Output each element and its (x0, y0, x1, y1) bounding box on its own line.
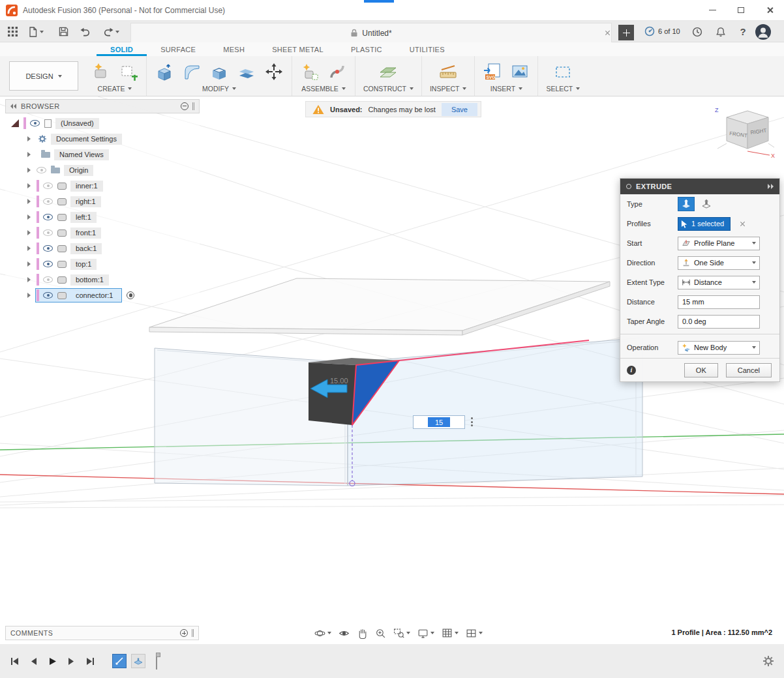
visibility-eye-icon[interactable] (30, 120, 40, 126)
browser-item-back[interactable]: back:1 (5, 241, 200, 256)
visibility-eye-icon[interactable] (43, 214, 53, 220)
new-component-icon[interactable] (119, 62, 138, 81)
app-grid-button[interactable] (4, 23, 21, 40)
zoom-button[interactable] (375, 628, 386, 639)
expand-arrow-icon[interactable] (27, 261, 31, 267)
extrude-type-solid-button[interactable] (678, 197, 695, 211)
visibility-eye-icon[interactable] (37, 167, 46, 173)
extent-type-select[interactable]: Distance (678, 276, 760, 289)
create-menu[interactable]: CREATE (98, 85, 132, 93)
document-tab[interactable]: Untitled* (130, 23, 612, 42)
inspect-menu[interactable]: INSPECT (430, 85, 467, 93)
browser-item-right[interactable]: right:1 (5, 194, 200, 209)
redo-button[interactable] (99, 23, 123, 40)
construct-menu[interactable]: CONSTRUCT (363, 85, 414, 93)
viewports-button[interactable] (466, 628, 483, 639)
visibility-eye-icon[interactable] (43, 183, 53, 189)
extrude-dialog-header[interactable]: EXTRUDE (620, 179, 779, 194)
display-settings-button[interactable] (417, 628, 434, 639)
taper-angle-input[interactable]: 0.0 deg (678, 315, 760, 329)
browser-item-named-views[interactable]: Named Views (5, 147, 200, 162)
timeline-feature-sketch[interactable] (112, 654, 127, 668)
workspace-selector[interactable]: DESIGN (9, 61, 78, 91)
timeline-step-forward-button[interactable] (66, 656, 76, 666)
tab-solid[interactable]: SOLID (97, 42, 147, 56)
tab-surface[interactable]: SURFACE (147, 42, 209, 56)
add-comment-icon[interactable] (180, 629, 188, 637)
timeline-go-to-end-button[interactable] (85, 656, 95, 666)
orbit-button[interactable] (314, 628, 331, 639)
dimension-options-button[interactable] (471, 417, 473, 426)
expand-arrow-icon[interactable] (27, 246, 31, 251)
help-button[interactable]: ? (734, 23, 751, 40)
look-at-button[interactable] (339, 628, 350, 639)
browser-item-inner[interactable]: inner:1 (5, 178, 200, 194)
move-icon[interactable] (264, 62, 284, 81)
maximize-button[interactable] (727, 0, 755, 20)
insert-image-icon[interactable] (510, 62, 530, 81)
dialog-collapse-icon[interactable] (768, 184, 774, 189)
profiles-selected-chip[interactable]: 1 selected (678, 217, 731, 231)
visibility-eye-icon[interactable] (43, 276, 53, 283)
joint-icon[interactable] (327, 62, 347, 81)
insert-menu[interactable]: INSERT (490, 85, 522, 93)
expand-arrow-icon[interactable] (27, 277, 31, 282)
info-icon[interactable]: i (627, 366, 636, 375)
job-status-button[interactable]: 6 of 10 (644, 26, 680, 37)
browser-minimize-icon[interactable] (181, 102, 188, 110)
timeline-play-button[interactable] (47, 656, 57, 666)
undo-button[interactable] (77, 23, 94, 40)
close-button[interactable] (755, 0, 784, 20)
timeline-feature-extrude[interactable] (131, 654, 145, 668)
view-cube[interactable]: Z FRONT RIGHT X (711, 103, 776, 160)
press-pull-icon[interactable] (155, 62, 174, 81)
visibility-eye-icon[interactable] (43, 245, 53, 252)
comments-grip-handle[interactable] (192, 629, 194, 637)
shell-icon[interactable] (209, 62, 229, 81)
construct-plane-icon[interactable] (378, 62, 398, 81)
browser-grip-handle[interactable] (192, 102, 194, 110)
expand-arrow-icon[interactable] (27, 199, 31, 204)
expand-arrow-icon[interactable] (27, 293, 31, 298)
file-menu-button[interactable] (25, 23, 47, 40)
browser-item-connector[interactable]: connector:1 (5, 287, 200, 303)
expand-arrow-icon[interactable] (27, 230, 31, 235)
timeline-playhead[interactable] (153, 651, 160, 671)
user-avatar[interactable] (755, 24, 771, 40)
start-select[interactable]: Profile Plane (678, 237, 760, 250)
grid-snaps-button[interactable] (442, 628, 459, 639)
expand-arrow-icon[interactable] (27, 168, 31, 173)
expand-arrow-icon[interactable] (27, 136, 31, 141)
timeline-step-back-button[interactable] (28, 656, 38, 666)
collapse-browser-icon[interactable] (10, 104, 16, 109)
browser-item-origin[interactable]: Origin (5, 162, 200, 178)
combine-icon[interactable] (237, 62, 256, 81)
expand-arrow-icon[interactable] (27, 183, 31, 188)
browser-item-bottom[interactable]: bottom:1 (5, 272, 200, 287)
visibility-eye-icon[interactable] (43, 292, 53, 299)
timeline-go-to-start-button[interactable] (9, 656, 20, 666)
browser-item-front[interactable]: front:1 (5, 225, 200, 241)
fillet-icon[interactable] (182, 62, 202, 81)
tab-sheet-metal[interactable]: SHEET METAL (258, 42, 337, 56)
zoom-window-button[interactable] (393, 628, 410, 639)
timeline-settings-button[interactable] (762, 655, 774, 667)
browser-item-document-settings[interactable]: Document Settings (5, 131, 200, 147)
notifications-button[interactable] (712, 23, 729, 40)
select-box-icon[interactable] (553, 62, 573, 81)
canvas-viewport[interactable]: 15.00 BROWSER (Unsaved) (0, 96, 784, 644)
activate-component-radio-icon[interactable] (127, 291, 134, 299)
visibility-eye-icon[interactable] (43, 229, 53, 236)
visibility-eye-icon[interactable] (43, 198, 53, 205)
measure-icon[interactable] (438, 62, 458, 81)
select-menu[interactable]: SELECT (546, 85, 580, 93)
pan-button[interactable] (357, 628, 368, 639)
assemble-menu[interactable]: ASSEMBLE (301, 85, 346, 93)
warning-save-button[interactable]: Save (442, 103, 477, 116)
browser-header[interactable]: BROWSER (5, 99, 200, 113)
browser-item-root[interactable]: (Unsaved) (5, 115, 200, 131)
tab-plastic[interactable]: PLASTIC (337, 42, 396, 56)
distance-input[interactable]: 15 mm (678, 295, 760, 309)
clear-selection-icon[interactable] (740, 221, 746, 227)
save-button[interactable] (55, 23, 72, 40)
